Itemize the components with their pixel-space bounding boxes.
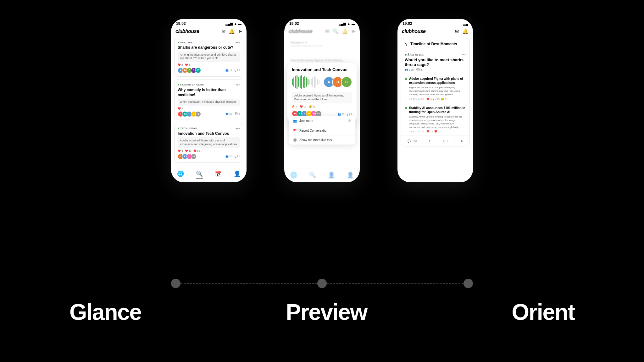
popup-reaction-3: 😊 21 [309, 105, 315, 108]
nav-globe[interactable]: 🌐 [177, 170, 184, 178]
tb-clips[interactable]: ✂ 2 [443, 140, 448, 143]
report-icon: 🚩 [293, 129, 297, 132]
tb-comments[interactable]: 💬 120 [408, 140, 417, 143]
card-more-1[interactable]: ••• [236, 40, 240, 45]
nav-search[interactable]: 🔍 [196, 170, 203, 178]
tb-divider-1 [423, 139, 423, 144]
room-live-dot [405, 54, 407, 56]
wave-bar-4 [297, 75, 297, 89]
more-icon: ➕ [293, 138, 297, 142]
moment-title-2: Stability AI announces $101 million in f… [409, 106, 466, 114]
wifi-icon-2: ▲ [347, 22, 350, 25]
moment-meta-1: 43:30 - 54:00 ❤️ 4 💬 13 😊 21 [409, 98, 466, 101]
wave-bar-11 [308, 79, 308, 85]
card-more-3[interactable]: ••• [236, 126, 240, 131]
feed-card-3[interactable]: TECH IDEAS ••• Innovation and Tech Convo… [174, 123, 243, 163]
search-icon-2: 🔍 [332, 28, 339, 34]
timeline-panel: ∨ Timeline of Best Moments Sharks etc. •… [401, 38, 470, 146]
clips-icon: ✂ [443, 140, 446, 143]
mail-icon-3[interactable]: ✉ [455, 28, 459, 34]
comments-icon: 💬 [408, 140, 411, 143]
context-join[interactable]: 👥 Join room ⊕ [289, 116, 355, 126]
moment-reactions-1: ❤️ 4 💬 13 😊 21 [426, 98, 447, 101]
tb-share[interactable]: ⬆ [429, 140, 431, 143]
status-bar-2: 19:02 ▂▄▆ ▲ ▬ [284, 19, 360, 27]
card-footer-1: A B C D E 👥 12 💬 3 [178, 68, 240, 73]
card-avatars-1: A B C D E [178, 68, 200, 73]
reaction-3c: ❤️ 21 [193, 150, 200, 152]
nav-search-2: 🔍 [309, 172, 316, 178]
send-icon[interactable]: ➤ [238, 28, 242, 34]
card-title-3: Innovation and Tech Convos [178, 131, 240, 136]
bg-card-title-1: FOUND IT ✦ [291, 41, 353, 44]
avatar-2e: +2 [195, 111, 201, 117]
moment-react-2a: ❤️ 12 [426, 130, 433, 133]
mail-icon-2: ✉ [325, 28, 329, 34]
clubhouse-logo-2: clubhouse [289, 29, 313, 34]
timeline-connector [171, 283, 473, 284]
timeline-header: ∨ Timeline of Best Moments [401, 38, 469, 50]
timeline-room-info: Sharks etc. ••• Would you like to meet s… [401, 50, 469, 74]
popup-message: Adobe acquired Figma as of this morning.… [292, 92, 352, 103]
battery-icon: ▬ [238, 22, 242, 25]
speaker-3: C [341, 76, 352, 88]
reaction-1b: ❤️ 5 [185, 63, 190, 66]
feed-card-2[interactable]: LAUGHTER CLUB ••• Why comedy is better t… [174, 79, 243, 120]
card-title-1: Sharks are dangerous or cute? [178, 45, 240, 50]
moment-title-1: Adobe acquired Figma with plans of expan… [409, 77, 466, 85]
popup-listeners-count: 👥 35 [338, 113, 344, 116]
card-counts-2: 👥 63 💬 6 [225, 112, 240, 115]
wave-bar-6 [300, 76, 301, 88]
popup-title: Innovation and Tech Convos [292, 67, 352, 72]
nav-profile[interactable]: 👤 [234, 170, 241, 178]
avatar-1e: E [195, 68, 201, 73]
wave-bar-18 [319, 80, 319, 84]
bottom-section: Glance Preview Orient [0, 274, 644, 362]
mail-icon[interactable]: ✉ [221, 28, 225, 34]
moment-item-1[interactable]: Adobe acquired Figma with plans of expan… [401, 74, 469, 103]
bell-icon-3[interactable]: 🔔 [462, 28, 469, 34]
bell-icon[interactable]: 🔔 [229, 28, 235, 34]
report-label: Report Conversation [299, 129, 328, 132]
bg-card-1: FOUND IT ✦ Innovation and Tech Convos [287, 39, 357, 54]
moment-react-2b: ❤️ 30 [434, 130, 441, 133]
battery-icon-2: ▬ [352, 22, 355, 25]
nav-profile-2: 👤 [328, 172, 335, 178]
phone-glance: 19:02 ▂▄▆ ▲ ▬ clubhouse ✉ 🔔 ➤ SEA LIFE [171, 19, 247, 182]
popup-reactions: 🔥 4 ❤️ 13 😊 21 [292, 105, 352, 108]
moment-dot-2 [405, 107, 407, 109]
listeners-count-1: 👥 12 [225, 69, 232, 72]
card-footer-2: F G H I +2 👥 63 💬 6 [178, 111, 240, 117]
room-title: Would you like to meet sharks thru a cag… [405, 58, 466, 67]
card-counts-3: 👥 35 💬 7 [225, 155, 240, 158]
moment-header-2: Stability AI announces $101 million in f… [405, 106, 466, 133]
reaction-3b: ❤️ 13 [185, 150, 192, 152]
status-icons-1: ▂▄▆ ▲ ▬ [225, 22, 242, 25]
chevron-down-icon[interactable]: ∨ [405, 41, 408, 47]
feed-card-1[interactable]: SEA LIFE ••• Sharks are dangerous or cut… [174, 37, 243, 77]
reaction-3a: ❤️ 4 [178, 150, 183, 152]
label-glance: Glance [69, 299, 141, 325]
room-more-btn[interactable]: ••• [462, 52, 466, 57]
context-more[interactable]: ➕ Show me more like this [289, 135, 355, 145]
room-meta: 👥 120 💬 8 [405, 68, 466, 71]
wave-bar-7 [301, 75, 302, 89]
nav-calendar[interactable]: 📅 [215, 170, 222, 178]
wave-bar-2 [293, 77, 294, 87]
wave-bar-9 [304, 76, 305, 88]
join-label: Join room [299, 119, 313, 123]
signal-icon-2: ▂▄▆ [339, 22, 346, 25]
context-report[interactable]: 🚩 Report Conversation [289, 126, 355, 135]
reaction-1a: ❤️ 2 [178, 63, 183, 66]
clubhouse-logo-3: clubhouse [402, 29, 426, 34]
card-more-2[interactable]: ••• [236, 83, 240, 87]
status-icons-3: ▂▄ [463, 22, 468, 25]
card-reactions-3: ❤️ 4 ❤️ 13 ❤️ 21 [178, 150, 240, 152]
app-header-3: clubhouse ✉ 🔔 [397, 27, 473, 37]
moment-item-2[interactable]: Stability AI announces $101 million in f… [401, 103, 469, 136]
connector-dot-left [171, 279, 180, 288]
tb-record[interactable]: ⏺ [460, 140, 463, 143]
card-title-2: Why comedy is better than medicine! [178, 88, 240, 97]
feed-container: SEA LIFE ••• Sharks are dangerous or cut… [171, 37, 247, 165]
wave-bar-1 [292, 79, 293, 85]
